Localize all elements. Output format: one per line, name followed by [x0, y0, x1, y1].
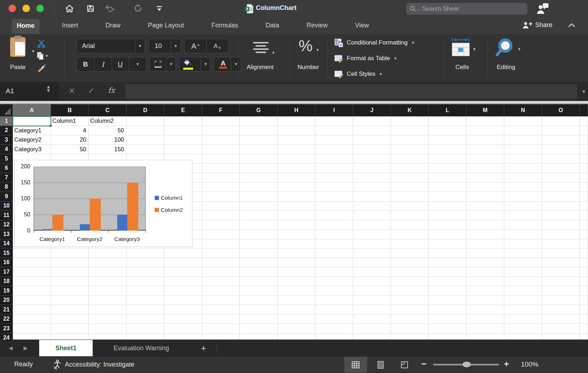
tab-formulas[interactable]: Formulas	[206, 19, 243, 32]
cell-k24[interactable]	[391, 333, 429, 340]
cell-i10[interactable]	[315, 201, 353, 211]
cell-o22[interactable]	[542, 315, 580, 324]
cell-j7[interactable]	[353, 173, 391, 183]
cell-partial[interactable]	[580, 267, 588, 277]
cell-o16[interactable]	[542, 258, 580, 268]
cell-g24[interactable]	[240, 333, 278, 340]
cell-o12[interactable]	[542, 220, 580, 230]
cell-n16[interactable]	[504, 258, 542, 268]
cell-partial[interactable]	[580, 126, 588, 136]
cell-i19[interactable]	[315, 286, 353, 296]
cell-h1[interactable]	[278, 116, 315, 126]
share-button[interactable]: Share	[522, 21, 552, 29]
cell-n8[interactable]	[504, 183, 542, 192]
cell-g14[interactable]	[240, 239, 278, 249]
cell-n24[interactable]	[504, 333, 542, 340]
cell-n12[interactable]	[504, 220, 542, 230]
cell-b20[interactable]	[51, 296, 89, 305]
copy-button[interactable]: ▼	[37, 50, 57, 62]
cell-partial[interactable]	[580, 296, 588, 305]
cell-n13[interactable]	[504, 230, 542, 239]
cell-f2[interactable]	[202, 126, 240, 136]
cell-o15[interactable]	[542, 248, 580, 258]
cell-b2[interactable]: 4	[51, 126, 89, 136]
row-header-24[interactable]: 24	[0, 333, 13, 340]
cell-d4[interactable]	[127, 145, 164, 154]
cell-j2[interactable]	[353, 126, 391, 136]
cell-partial[interactable]	[580, 164, 588, 173]
cell-o8[interactable]	[542, 183, 580, 192]
cell-a19[interactable]	[13, 286, 51, 296]
insert-function-button[interactable]: fx	[108, 86, 115, 95]
borders-button[interactable]: ▼	[150, 57, 176, 72]
cell-i9[interactable]	[315, 192, 353, 201]
cell-o18[interactable]	[542, 277, 580, 287]
cell-b3[interactable]: 20	[51, 135, 89, 145]
cell-j21[interactable]	[353, 305, 391, 315]
cell-partial[interactable]	[580, 145, 588, 154]
column-header-j[interactable]: J	[353, 104, 391, 116]
cell-f6[interactable]	[202, 164, 240, 173]
cell-d19[interactable]	[127, 286, 164, 296]
cell-k20[interactable]	[391, 296, 429, 305]
tab-data[interactable]: Data	[261, 19, 284, 32]
minimize-window-button[interactable]	[22, 5, 30, 12]
cell-g10[interactable]	[240, 201, 278, 211]
cell-c15[interactable]	[89, 248, 127, 258]
cell-h23[interactable]	[278, 324, 315, 333]
cell-f10[interactable]	[202, 201, 240, 211]
cell-h5[interactable]	[278, 154, 315, 164]
cell-k21[interactable]	[391, 305, 429, 315]
previous-sheet-button[interactable]: ◀	[9, 345, 13, 351]
column-header-m[interactable]: M	[466, 104, 504, 116]
cell-f23[interactable]	[202, 324, 240, 333]
cell-a20[interactable]	[13, 296, 51, 305]
column-header-b[interactable]: B	[51, 104, 89, 116]
cell-o20[interactable]	[542, 296, 580, 305]
cell-g16[interactable]	[240, 258, 278, 268]
cell-j19[interactable]	[353, 286, 391, 296]
cell-partial[interactable]	[580, 230, 588, 239]
column-header-n[interactable]: N	[504, 104, 542, 116]
cell-l3[interactable]	[429, 135, 466, 145]
cell-n6[interactable]	[504, 164, 542, 173]
cell-a21[interactable]	[13, 305, 51, 315]
cell-m13[interactable]	[466, 230, 504, 239]
cell-k12[interactable]	[391, 220, 429, 230]
cell-e15[interactable]	[164, 248, 202, 258]
cell-f8[interactable]	[202, 183, 240, 192]
cell-i24[interactable]	[315, 333, 353, 340]
cell-a23[interactable]	[13, 324, 51, 333]
cell-m17[interactable]	[466, 267, 504, 277]
cell-f9[interactable]	[202, 192, 240, 201]
cell-o23[interactable]	[542, 324, 580, 333]
cell-k9[interactable]	[391, 192, 429, 201]
column-header-d[interactable]: D	[127, 104, 164, 116]
row-header-22[interactable]: 22	[0, 315, 13, 324]
formula-bar-expand-arrow-icon[interactable]: ▼	[582, 90, 585, 94]
cell-n17[interactable]	[504, 267, 542, 277]
cell-i8[interactable]	[315, 183, 353, 192]
cell-i14[interactable]	[315, 239, 353, 249]
zoom-window-button[interactable]	[36, 5, 44, 12]
cell-i11[interactable]	[315, 211, 353, 220]
cell-m1[interactable]	[466, 116, 504, 126]
cell-m4[interactable]	[466, 145, 504, 154]
cell-j15[interactable]	[353, 248, 391, 258]
cells-button[interactable]: ▼	[450, 38, 478, 61]
cell-g4[interactable]	[240, 145, 278, 154]
paste-button[interactable]: ▼	[6, 37, 34, 61]
home-toolbar-button[interactable]	[63, 3, 76, 14]
font-name-dropdown-arrow-icon[interactable]: ▼	[139, 44, 141, 48]
cell-j8[interactable]	[353, 183, 391, 192]
cell-f14[interactable]	[202, 239, 240, 249]
cell-partial[interactable]	[580, 333, 588, 340]
cell-f21[interactable]	[202, 305, 240, 315]
cell-h8[interactable]	[278, 183, 315, 192]
cell-j9[interactable]	[353, 192, 391, 201]
cell-d24[interactable]	[127, 333, 164, 340]
cell-k13[interactable]	[391, 230, 429, 239]
cell-a15[interactable]	[13, 248, 51, 258]
cell-c1[interactable]: Column2	[89, 116, 127, 126]
cell-e23[interactable]	[164, 324, 202, 333]
